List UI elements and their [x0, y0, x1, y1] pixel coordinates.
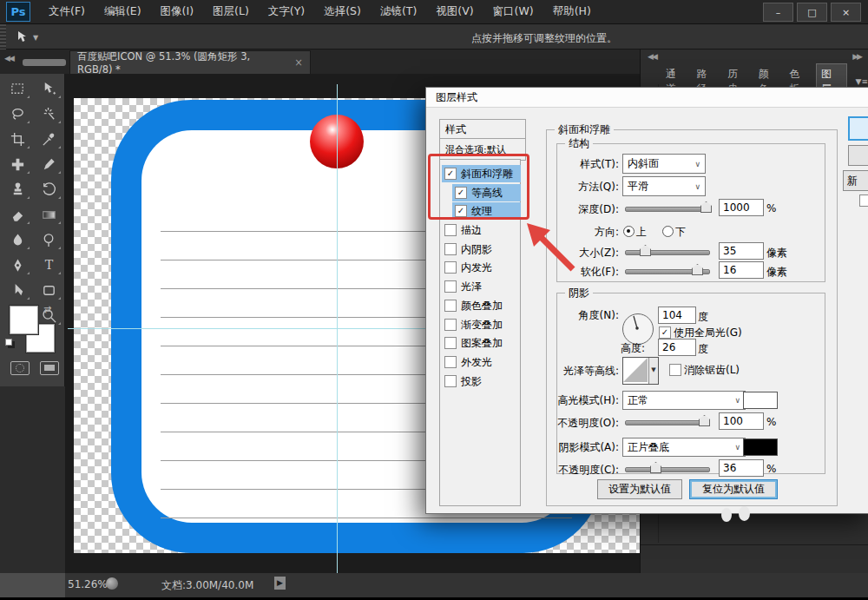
- style-item-stroke[interactable]: 描边: [442, 221, 521, 239]
- brush-tool[interactable]: [33, 152, 64, 177]
- checkbox-icon[interactable]: [444, 300, 457, 312]
- style-item-gradient-overlay[interactable]: 渐变叠加: [442, 316, 521, 333]
- gloss-contour-picker[interactable]: ▼: [622, 357, 659, 385]
- checkbox-icon[interactable]: [444, 224, 457, 236]
- direction-down-radio[interactable]: [662, 226, 674, 237]
- status-options-arrow-icon[interactable]: ▶: [274, 577, 286, 590]
- checkbox-icon[interactable]: [444, 319, 457, 331]
- set-default-button[interactable]: 设置为默认值: [597, 479, 682, 499]
- direction-up-label: 上: [636, 225, 647, 240]
- direction-up-radio[interactable]: [623, 226, 635, 237]
- checkbox-icon[interactable]: [444, 337, 457, 349]
- document-tab[interactable]: 百度贴吧ICON @ 51.3% (圆角矩形 3, RGB/8) * ×: [69, 50, 311, 74]
- ok-button-cutoff[interactable]: [848, 116, 868, 141]
- new-style-button-cutoff[interactable]: 新: [843, 170, 868, 191]
- menu-edit[interactable]: 编辑(E): [95, 1, 151, 23]
- style-item-inner-shadow[interactable]: 内阴影: [442, 241, 521, 258]
- gradient-tool[interactable]: [33, 202, 64, 227]
- style-item-pattern-overlay[interactable]: 图案叠加: [442, 334, 521, 352]
- highlight-opacity-slider[interactable]: [625, 420, 710, 425]
- checkbox-icon[interactable]: [444, 280, 457, 293]
- style-dropdown[interactable]: 内斜面∨: [622, 154, 706, 174]
- move-tool[interactable]: [33, 76, 64, 102]
- default-colors-icon[interactable]: [5, 339, 12, 346]
- depth-input[interactable]: 1000: [719, 199, 764, 216]
- angle-input[interactable]: 104: [658, 307, 696, 324]
- style-item-drop-shadow[interactable]: 投影: [442, 373, 521, 390]
- highlight-mode-dropdown[interactable]: 正常∨: [622, 391, 746, 410]
- lasso-tool[interactable]: [2, 102, 33, 127]
- angle-dial[interactable]: [622, 313, 654, 345]
- preview-checkbox-cutoff[interactable]: [859, 195, 868, 207]
- antialias-checkbox[interactable]: [669, 364, 681, 376]
- maximize-button[interactable]: □: [797, 3, 827, 22]
- highlight-mode-value: 正常: [628, 393, 648, 408]
- path-selection-tool[interactable]: [2, 278, 33, 303]
- use-global-light-checkbox[interactable]: ✓: [659, 326, 671, 339]
- method-dropdown[interactable]: 平滑∨: [622, 176, 706, 196]
- dock-collapse-right-icon[interactable]: ▶▶: [852, 52, 861, 61]
- zoom-level[interactable]: 51.26%: [68, 578, 108, 590]
- eraser-tool[interactable]: [2, 202, 33, 227]
- tab-close-icon[interactable]: ×: [294, 56, 303, 69]
- highlight-opacity-input[interactable]: 100: [719, 412, 764, 430]
- style-item-inner-glow[interactable]: 内发光: [442, 259, 521, 276]
- menu-file[interactable]: 文件(F): [39, 1, 95, 23]
- altitude-input[interactable]: 26: [658, 339, 696, 356]
- dock-collapse-left-icon[interactable]: ◀◀: [648, 52, 656, 61]
- crop-tool[interactable]: [2, 127, 33, 152]
- menu-view[interactable]: 视图(V): [426, 1, 483, 23]
- menu-help[interactable]: 帮助(H): [543, 1, 601, 23]
- size-slider[interactable]: [625, 250, 710, 255]
- spot-healing-brush-tool[interactable]: [2, 152, 33, 177]
- style-item-outer-glow[interactable]: 外发光: [442, 353, 521, 371]
- document-size-info[interactable]: 文档:3.00M/40.0M: [161, 578, 253, 593]
- eyedropper-tool[interactable]: [33, 127, 64, 152]
- shadow-mode-dropdown[interactable]: 正片叠底∨: [622, 438, 746, 457]
- menu-select[interactable]: 选择(S): [314, 1, 371, 23]
- close-button[interactable]: ×: [831, 3, 861, 22]
- style-item-satin[interactable]: 光泽: [442, 278, 521, 295]
- minimize-button[interactable]: –: [763, 3, 793, 22]
- magic-wand-tool[interactable]: [33, 102, 64, 127]
- horizontal-guide: [68, 328, 425, 329]
- foreground-color-swatch[interactable]: [10, 306, 38, 334]
- screen-mode-icon[interactable]: [40, 361, 59, 375]
- shadow-opacity-input[interactable]: 36: [719, 459, 764, 477]
- menu-layer[interactable]: 图层(L): [203, 1, 259, 23]
- menu-window[interactable]: 窗口(W): [483, 1, 543, 23]
- checkbox-icon[interactable]: [444, 261, 457, 274]
- style-item-color-overlay[interactable]: 颜色叠加: [442, 297, 521, 314]
- blur-tool[interactable]: [2, 227, 33, 253]
- menu-type[interactable]: 文字(Y): [259, 1, 314, 23]
- quick-mask-icon[interactable]: [10, 361, 30, 375]
- shadow-opacity-slider[interactable]: [625, 467, 710, 472]
- type-tool[interactable]: T: [33, 253, 64, 278]
- highlight-color-swatch[interactable]: [743, 392, 778, 409]
- rectangle-shape-tool[interactable]: [33, 278, 64, 303]
- dialog-title-bar[interactable]: 图层样式: [426, 88, 868, 108]
- cancel-button-cutoff[interactable]: [848, 145, 868, 166]
- dodge-tool[interactable]: [33, 227, 64, 253]
- size-input[interactable]: 35: [719, 242, 764, 260]
- checkbox-icon[interactable]: [444, 243, 457, 255]
- checkbox-icon[interactable]: [444, 375, 457, 387]
- tool-preset-chevron-icon[interactable]: ▼: [33, 34, 38, 42]
- pen-tool[interactable]: [2, 253, 33, 278]
- toolbar-collapse-icon[interactable]: ◀◀: [4, 54, 13, 63]
- shadow-color-swatch[interactable]: [743, 438, 778, 456]
- history-brush-tool[interactable]: [33, 177, 64, 202]
- reset-default-button[interactable]: 复位为默认值: [689, 479, 778, 499]
- depth-slider[interactable]: [625, 207, 710, 212]
- clone-stamp-tool[interactable]: [2, 177, 33, 202]
- soften-input[interactable]: 16: [719, 261, 764, 279]
- panel-menu-icon[interactable]: ▼≡: [856, 77, 868, 86]
- rectangular-marquee-tool[interactable]: [2, 76, 33, 102]
- tab-scroll-strip[interactable]: [23, 59, 66, 66]
- swap-colors-icon[interactable]: ⇄: [43, 304, 51, 315]
- checkbox-icon[interactable]: [444, 356, 457, 368]
- menu-filter[interactable]: 滤镜(T): [371, 1, 426, 23]
- menu-image[interactable]: 图像(I): [151, 1, 203, 23]
- move-tool-icon[interactable]: [14, 29, 30, 48]
- contour-dropdown-arrow-icon[interactable]: ▼: [648, 358, 658, 384]
